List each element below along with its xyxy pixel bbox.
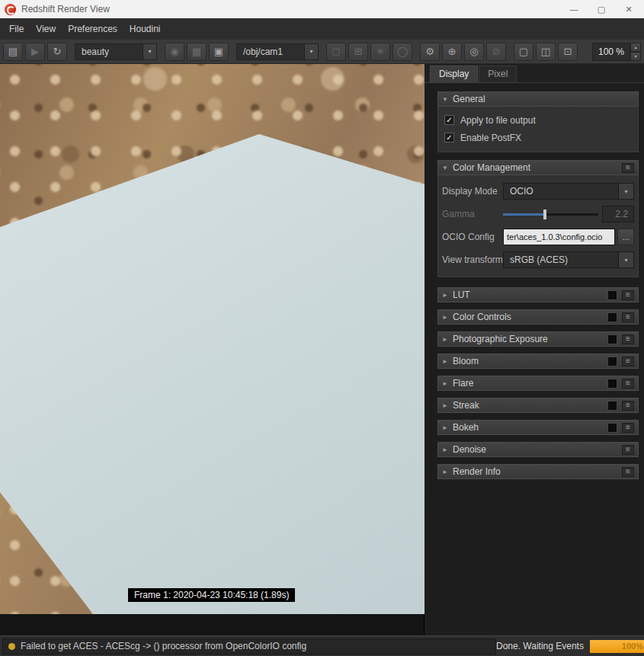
rgba-channels-button[interactable]: ◉ xyxy=(165,43,184,61)
options-button[interactable]: ⚙ xyxy=(420,43,440,61)
ocio-config-input[interactable]: ter\aces_1.0.3\config.ocio xyxy=(503,229,615,245)
section-label: Color Management xyxy=(453,162,622,173)
menu-file[interactable]: File xyxy=(3,21,30,37)
enable-postfx-row: ✓ Enable PostFX xyxy=(442,129,634,146)
camera-select[interactable]: /obj/cam1 ▾ xyxy=(236,43,319,60)
chevron-closed-icon: ► xyxy=(442,292,453,299)
render-viewport[interactable]: Frame 1: 2020-04-23 10:45:18 (1.89s) xyxy=(0,64,425,614)
minimize-button[interactable]: — xyxy=(560,1,588,18)
section-enable-checkbox[interactable] xyxy=(607,334,617,344)
section-menu-icon[interactable]: ≡ xyxy=(622,357,634,366)
gamma-value[interactable]: 2.2 xyxy=(602,206,634,222)
aov-select[interactable]: beauty ▾ xyxy=(75,43,157,60)
section-enable-checkbox[interactable] xyxy=(607,312,617,322)
restart-render-button[interactable]: ↻ xyxy=(47,43,67,61)
chevron-down-icon[interactable]: ▾ xyxy=(618,252,633,267)
spin-down-icon[interactable]: ▾ xyxy=(630,52,641,61)
apply-to-file-output-checkbox[interactable]: ✓ xyxy=(444,115,454,125)
copy-button[interactable]: ⊡ xyxy=(558,43,578,61)
gamma-label: Gamma xyxy=(442,209,503,219)
section-label: Bokeh xyxy=(453,422,607,433)
section-enable-checkbox[interactable] xyxy=(607,357,617,366)
section-menu-icon[interactable]: ≡ xyxy=(622,334,634,344)
tiled-view-button[interactable]: ⊞ xyxy=(348,43,368,61)
viewport-bottom-gap xyxy=(0,614,424,635)
section-label: Flare xyxy=(453,378,607,389)
chevron-down-icon[interactable]: ▾ xyxy=(618,184,633,199)
section-enable-checkbox[interactable] xyxy=(607,423,617,433)
section-label: Photographic Exposure xyxy=(453,334,607,344)
enable-postfx-checkbox[interactable]: ✓ xyxy=(444,133,454,142)
menu-view[interactable]: View xyxy=(30,21,62,37)
browse-button[interactable]: ... xyxy=(617,229,634,245)
single-view-button[interactable]: ◻ xyxy=(326,43,346,61)
target-button[interactable]: ⊕ xyxy=(442,43,462,61)
gamma-slider[interactable] xyxy=(503,206,598,222)
display-mode-label: Display Mode xyxy=(442,186,503,197)
section-label: Color Controls xyxy=(453,312,607,322)
close-button[interactable]: ✕ xyxy=(615,1,642,18)
view-transform-row: View transform sRGB (ACES) ▾ xyxy=(442,248,634,271)
section-color-controls-header[interactable]: ► Color Controls ≡ xyxy=(437,309,639,325)
snapshot-button[interactable]: ▤ xyxy=(3,43,23,61)
layers-button[interactable]: ▢ xyxy=(514,43,533,61)
window-title: Redshift Render View xyxy=(21,4,110,14)
section-general-body: ✓ Apply to file output ✓ Enable PostFX xyxy=(437,107,639,152)
tab-display[interactable]: Display xyxy=(430,66,478,82)
frame-info-label: Frame 1: 2020-04-23 10:45:18 (1.89s) xyxy=(128,588,295,602)
section-menu-icon[interactable]: ≡ xyxy=(622,467,634,477)
display-mode-row: Display Mode OCIO ▾ xyxy=(442,180,634,203)
view-transform-select[interactable]: sRGB (ACES) ▾ xyxy=(503,251,634,268)
section-photographic-exposure-header[interactable]: ► Photographic Exposure ≡ xyxy=(437,331,639,347)
pick-focus-button[interactable]: ◎ xyxy=(464,43,484,61)
section-menu-icon[interactable]: ≡ xyxy=(622,401,634,411)
section-menu-icon[interactable]: ≡ xyxy=(622,290,634,300)
menu-houdini[interactable]: Houdini xyxy=(123,21,167,37)
menu-preferences[interactable]: Preferences xyxy=(62,21,123,37)
section-general-header[interactable]: ▼ General xyxy=(437,91,639,107)
section-bloom-header[interactable]: ► Bloom ≡ xyxy=(437,354,639,369)
slider-handle[interactable] xyxy=(543,210,546,219)
magnifier-button[interactable]: ◯ xyxy=(392,43,412,61)
section-menu-icon[interactable]: ≡ xyxy=(622,423,634,433)
zoom-value[interactable]: 100 % xyxy=(592,43,630,61)
slider-fill xyxy=(503,213,543,216)
checker-background-button[interactable]: ▦ xyxy=(187,43,207,61)
section-streak-header[interactable]: ► Streak ≡ xyxy=(437,398,639,413)
section-lut-header[interactable]: ► LUT ≡ xyxy=(437,287,639,302)
ocio-config-row: OCIO Config ter\aces_1.0.3\config.ocio .… xyxy=(442,226,634,248)
progress-label: 100% xyxy=(622,642,643,651)
section-denoise-header[interactable]: ► Denoise ≡ xyxy=(437,442,639,457)
chevron-down-icon[interactable]: ▾ xyxy=(304,44,318,59)
display-mode-select[interactable]: OCIO ▾ xyxy=(503,183,634,200)
tab-pixel[interactable]: Pixel xyxy=(479,66,517,82)
settings-panel: Display Pixel ▼ General ✓ Apply to file … xyxy=(425,64,644,635)
section-menu-icon[interactable]: ≡ xyxy=(622,312,634,322)
section-enable-checkbox[interactable] xyxy=(607,401,617,411)
highlight-button[interactable]: ✳ xyxy=(370,43,390,61)
section-bokeh-header[interactable]: ► Bokeh ≡ xyxy=(437,420,639,435)
section-menu-icon[interactable]: ≡ xyxy=(622,163,634,173)
status-message: Failed to get ACES - ACEScg -> () proces… xyxy=(21,641,306,651)
section-enable-checkbox[interactable] xyxy=(607,290,617,300)
section-menu-icon[interactable]: ≡ xyxy=(622,445,634,455)
compare-button[interactable]: ⊘ xyxy=(486,43,506,61)
section-menu-icon[interactable]: ≡ xyxy=(622,379,634,389)
section-color-management-header[interactable]: ▼ Color Management ≡ xyxy=(437,160,639,175)
section-enable-checkbox[interactable] xyxy=(607,379,617,389)
section-flare-header[interactable]: ► Flare ≡ xyxy=(437,376,639,391)
section-render-info-header[interactable]: ► Render Info ≡ xyxy=(437,464,639,479)
view-transform-label: View transform xyxy=(442,254,503,265)
chevron-down-icon[interactable]: ▾ xyxy=(143,44,156,59)
panels-button[interactable]: ◫ xyxy=(536,43,556,61)
spin-up-icon[interactable]: ▴ xyxy=(630,43,641,52)
checker-icon: ▦ xyxy=(192,46,201,57)
chevron-closed-icon: ► xyxy=(442,402,453,409)
region-render-button[interactable]: ▣ xyxy=(209,43,229,61)
view-transform-value: sRGB (ACES) xyxy=(504,252,618,267)
maximize-button[interactable]: ▢ xyxy=(588,1,615,18)
render-button[interactable]: ▶ xyxy=(25,43,45,61)
progress-bar: 100% xyxy=(590,640,644,653)
rgba-icon: ◉ xyxy=(170,46,178,57)
section-label: Denoise xyxy=(453,444,622,455)
